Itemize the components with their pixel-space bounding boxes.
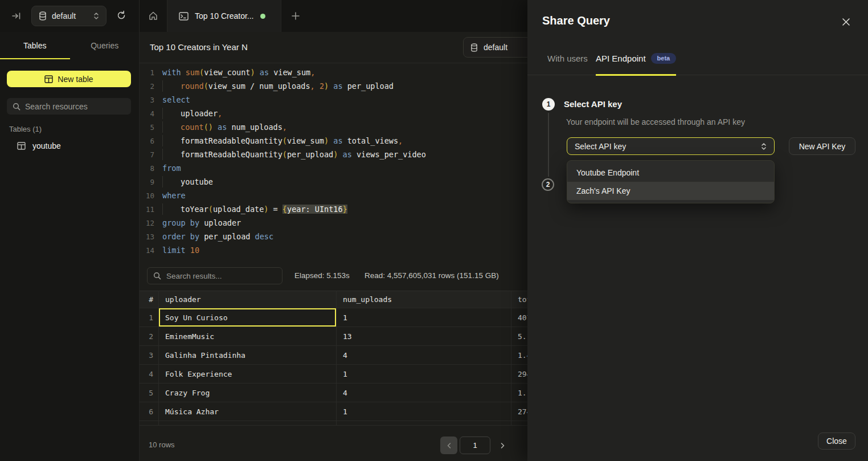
num-uploads-cell[interactable]: 1 (336, 365, 511, 383)
uploader-cell[interactable]: Crazy Frog (158, 384, 336, 402)
table-grid-icon (44, 75, 53, 83)
code-line[interactable]: 6formatReadableQuantity(view_sum) as tot… (140, 134, 527, 148)
num-uploads-cell[interactable]: 1 (336, 402, 511, 421)
code-token: , (282, 123, 287, 132)
table-row: 2EminemMusic135.1 (140, 327, 527, 346)
uploader-cell[interactable]: Música Azhar (158, 402, 336, 421)
database-selector[interactable]: default (31, 6, 107, 26)
total-views-cell[interactable]: 1.4 (511, 346, 527, 364)
code-line[interactable]: 8from (140, 161, 527, 175)
tab-api-endpoint[interactable]: API Endpoint beta (596, 42, 676, 75)
sidebar-item-youtube[interactable]: youtube (0, 138, 140, 154)
code-line[interactable]: 1with sum(view_count) as view_sum, (140, 66, 527, 79)
total-views-cell[interactable]: 5.1 (511, 327, 527, 345)
code-line[interactable]: 12group by uploader (140, 216, 527, 230)
page-number-button[interactable]: 1 (460, 436, 490, 454)
uploader-cell[interactable]: Soy Un Curioso (158, 308, 336, 327)
code-line[interactable]: 10where (140, 189, 527, 202)
column-header-uploader[interactable]: uploader (158, 291, 336, 308)
row-index-cell[interactable]: 3 (140, 346, 158, 364)
query-tab-label: Top 10 Creator... (195, 11, 254, 21)
next-page-button[interactable] (495, 436, 510, 454)
code-text: count() as num_uploads, (162, 123, 287, 132)
row-index-cell[interactable]: 2 (140, 327, 158, 345)
code-line[interactable]: 9youtube (140, 175, 527, 189)
code-token (338, 150, 342, 159)
code-token: group by (162, 218, 199, 227)
previous-page-button[interactable] (440, 436, 457, 454)
database-icon (39, 11, 47, 21)
line-number: 1 (140, 68, 154, 77)
close-button[interactable]: Close (818, 433, 855, 450)
code-token: order by (162, 232, 199, 241)
code-token: , (310, 68, 315, 77)
code-lines: 1with sum(view_count) as view_sum,2round… (140, 66, 527, 257)
line-number: 11 (140, 205, 154, 214)
row-index-cell[interactable]: 5 (140, 384, 158, 402)
uploader-cell[interactable]: EminemMusic (158, 327, 336, 345)
resource-search-input[interactable]: Search resources (7, 98, 131, 115)
results-search-input[interactable]: Search results... (147, 267, 282, 284)
code-line[interactable]: 7formatReadableQuantity(per_upload) as v… (140, 148, 527, 161)
num-uploads-cell[interactable]: 4 (336, 346, 511, 364)
code-line[interactable]: 11toYear(upload_date) = {year: UInt16} (140, 202, 527, 216)
code-token: ) (250, 68, 255, 77)
tab-with-users-label: With users (547, 54, 588, 63)
total-views-cell[interactable]: 294 (511, 365, 527, 383)
code-token: 2 (320, 81, 324, 91)
results-search-placeholder: Search results... (166, 272, 222, 280)
code-line[interactable]: 2round(view_sum / num_uploads, 2) as per… (140, 79, 527, 93)
query-tab[interactable]: Top 10 Creator... (167, 0, 281, 32)
code-line[interactable]: 13order by per_upload desc (140, 230, 527, 243)
chevron-up-down-icon (93, 12, 99, 20)
step-1-title: Select API key (564, 99, 622, 109)
code-token: limit (162, 246, 186, 255)
code-token: sum (186, 68, 199, 77)
tab-queries[interactable]: Queries (70, 32, 140, 59)
api-key-dropdown-menu: Youtube EndpointZach's API Key (567, 160, 775, 203)
row-index-cell[interactable]: 4 (140, 365, 158, 383)
new-table-button[interactable]: New table (7, 71, 131, 87)
code-line[interactable]: 3select (140, 93, 527, 107)
home-button[interactable] (140, 0, 167, 32)
total-views-cell[interactable]: 1.1 (511, 384, 527, 402)
code-token: ) (324, 136, 329, 145)
refresh-icon[interactable] (116, 10, 126, 21)
tab-with-users[interactable]: With users (547, 42, 588, 75)
code-token: { (282, 205, 287, 214)
code-line[interactable]: 14limit 10 (140, 243, 527, 257)
total-views-cell[interactable]: 274 (511, 402, 527, 421)
code-token: ( (199, 68, 204, 77)
num-uploads-cell[interactable]: 4 (336, 384, 511, 402)
code-token: view_sum / num_uploads (208, 81, 310, 91)
code-token: as (260, 68, 269, 77)
column-header-total-views[interactable]: total_views (511, 291, 527, 308)
uploader-cell[interactable]: Galinha Pintadinha (158, 346, 336, 364)
tab-tables[interactable]: Tables (0, 32, 70, 59)
code-token: = (268, 205, 282, 214)
sidebar-toggle-icon[interactable] (11, 11, 22, 21)
new-table-label: New table (58, 75, 93, 84)
column-header-num-uploads[interactable]: num_uploads (336, 291, 511, 308)
api-key-option[interactable]: Zach's API Key (567, 182, 774, 200)
results-grid: # uploader num_uploads total_views 1Soy … (140, 291, 527, 426)
api-key-option[interactable]: Youtube Endpoint (567, 164, 774, 182)
new-api-key-button[interactable]: New API Key (789, 137, 855, 155)
num-uploads-cell[interactable]: 1 (336, 308, 511, 327)
sql-editor[interactable]: 1with sum(view_count) as view_sum,2round… (140, 66, 527, 257)
column-header-index[interactable]: # (140, 291, 158, 308)
indent-guide (162, 135, 163, 146)
close-icon[interactable] (841, 17, 851, 27)
num-uploads-cell[interactable]: 13 (336, 327, 511, 345)
total-views-cell[interactable]: 407 (511, 308, 527, 327)
row-count: 10 rows (149, 440, 175, 449)
row-index-cell[interactable]: 6 (140, 402, 158, 421)
editor-database-selector[interactable]: default (463, 37, 527, 58)
code-line[interactable]: 5count() as num_uploads, (140, 120, 527, 134)
new-tab-button[interactable] (281, 0, 310, 32)
code-line[interactable]: 4uploader, (140, 107, 527, 120)
row-index-cell[interactable]: 1 (140, 308, 158, 327)
api-key-select[interactable]: Select API key (567, 137, 775, 155)
uploader-cell[interactable]: Folk Experience (158, 365, 336, 383)
terminal-icon (179, 12, 189, 21)
